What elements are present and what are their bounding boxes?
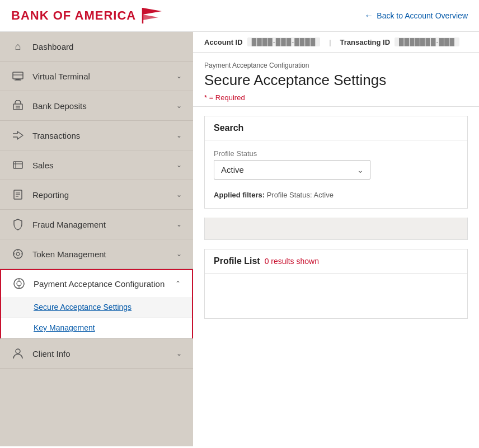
profile-list-title: Profile List: [214, 256, 260, 266]
profile-list-section: Profile List 0 results shown: [204, 249, 468, 319]
applied-filters: Applied filters: Profile Status: Active: [214, 186, 458, 199]
sidebar-label-token-management: Token Management: [32, 249, 168, 259]
svg-rect-7: [13, 104, 22, 110]
bank-deposits-icon: [11, 99, 25, 112]
fraud-icon: [11, 218, 25, 231]
sidebar-item-dashboard[interactable]: ⌂ Dashboard: [0, 32, 193, 62]
chevron-down-icon: ⌄: [176, 131, 182, 139]
svg-point-27: [16, 349, 20, 353]
svg-point-24: [17, 281, 21, 286]
boa-flag-icon: [140, 7, 163, 25]
search-title: Search: [214, 123, 243, 133]
sidebar-item-client-info[interactable]: Client Info ⌄: [0, 338, 193, 369]
search-section-header: Search: [205, 116, 467, 140]
sidebar-label-transactions: Transactions: [32, 131, 168, 140]
header: BANK OF AMERICA ← Back to Account Overvi…: [0, 0, 479, 32]
reporting-icon: [11, 188, 25, 201]
transacting-id-value: ███████-███: [395, 37, 459, 46]
breadcrumb: Payment Acceptance Configuration: [204, 62, 468, 69]
sidebar-label-fraud-management: Fraud Management: [32, 220, 168, 229]
chevron-down-icon: ⌄: [176, 191, 182, 199]
chevron-down-icon: ⌄: [176, 250, 182, 258]
sidebar-label-virtual-terminal: Virtual Terminal: [32, 72, 168, 81]
sidebar-label-reporting: Reporting: [32, 190, 168, 200]
back-link-text: Back to Account Overview: [377, 11, 468, 20]
home-icon: ⌂: [11, 40, 25, 53]
svg-point-18: [16, 252, 20, 256]
back-to-overview-link[interactable]: ← Back to Account Overview: [364, 11, 468, 21]
sidebar-item-fraud-management[interactable]: Fraud Management ⌄: [0, 210, 193, 239]
svg-rect-10: [13, 162, 22, 168]
account-id-value: ████-███-████: [247, 37, 321, 46]
account-id-label: Account ID: [204, 38, 243, 46]
svg-rect-3: [13, 72, 23, 79]
sidebar-sub-item-key-management[interactable]: Key Management: [1, 318, 192, 338]
transactions-icon: [11, 129, 25, 142]
sales-icon: [11, 158, 25, 172]
sidebar-item-bank-deposits[interactable]: Bank Deposits ⌄: [0, 91, 193, 121]
sidebar-item-virtual-terminal[interactable]: Virtual Terminal ⌄: [0, 62, 193, 91]
client-info-icon: [11, 347, 25, 360]
profile-list-count: 0 results shown: [265, 257, 319, 266]
applied-filters-label: Applied filters:: [214, 191, 265, 199]
sidebar-label-sales: Sales: [32, 161, 168, 170]
profile-status-select[interactable]: Active Inactive All: [214, 160, 370, 180]
transacting-id-label: Transacting ID: [340, 38, 391, 46]
main-layout: ⌂ Dashboard Virtual Terminal ⌄: [0, 32, 479, 446]
page-header: Payment Acceptance Configuration Secure …: [193, 53, 479, 107]
required-note: * = Required: [204, 93, 468, 102]
logo-area: BANK OF AMERICA: [11, 7, 163, 25]
logo-text: BANK OF AMERICA: [11, 8, 136, 23]
svg-marker-1: [143, 8, 162, 15]
sidebar-sub-item-secure-acceptance[interactable]: Secure Acceptance Settings: [1, 297, 192, 318]
profile-status-select-wrapper: Active Inactive All ⌄: [214, 160, 370, 180]
sidebar-item-token-management[interactable]: Token Management ⌄: [0, 239, 193, 269]
chevron-down-icon: ⌄: [176, 350, 182, 357]
search-section-body: Profile Status Active Inactive All ⌄ App…: [205, 140, 467, 208]
payment-acceptance-icon: [12, 277, 26, 290]
sidebar: ⌂ Dashboard Virtual Terminal ⌄: [0, 32, 193, 446]
back-arrow-icon: ←: [364, 11, 373, 21]
profile-list-body: [205, 273, 467, 318]
chevron-down-icon: ⌄: [176, 102, 182, 110]
sidebar-label-dashboard: Dashboard: [32, 42, 182, 51]
sidebar-item-payment-acceptance[interactable]: Payment Acceptance Configuration ⌃: [0, 269, 193, 297]
chevron-up-icon: ⌃: [175, 280, 181, 287]
virtual-terminal-icon: [11, 69, 25, 83]
profile-list-header: Profile List 0 results shown: [205, 249, 467, 273]
svg-marker-2: [143, 15, 158, 20]
token-icon: [11, 247, 25, 261]
sidebar-item-sales[interactable]: Sales ⌄: [0, 150, 193, 180]
main-content: Account ID ████-███-████ | Transacting I…: [193, 32, 479, 446]
search-section: Search Profile Status Active Inactive Al…: [204, 116, 468, 209]
chevron-down-icon: ⌄: [176, 161, 182, 169]
sidebar-label-bank-deposits: Bank Deposits: [32, 101, 168, 111]
sidebar-item-transactions[interactable]: Transactions ⌄: [0, 121, 193, 150]
sidebar-item-reporting[interactable]: Reporting ⌄: [0, 180, 193, 210]
chevron-down-icon: ⌄: [176, 220, 182, 228]
gray-spacer: [204, 218, 468, 240]
page-title: Secure Acceptance Settings: [204, 72, 468, 89]
sidebar-sub-payment-acceptance: Secure Acceptance Settings Key Managemen…: [0, 297, 193, 338]
account-bar-divider: |: [329, 38, 331, 46]
sidebar-label-payment-acceptance: Payment Acceptance Configuration: [34, 279, 167, 289]
applied-filters-value: Profile Status: Active: [267, 191, 334, 199]
chevron-down-icon: ⌄: [176, 72, 182, 80]
profile-status-label: Profile Status: [214, 149, 458, 158]
account-bar: Account ID ████-███-████ | Transacting I…: [193, 32, 479, 53]
profile-status-group: Profile Status Active Inactive All ⌄: [214, 149, 458, 180]
sidebar-label-client-info: Client Info: [32, 349, 168, 359]
